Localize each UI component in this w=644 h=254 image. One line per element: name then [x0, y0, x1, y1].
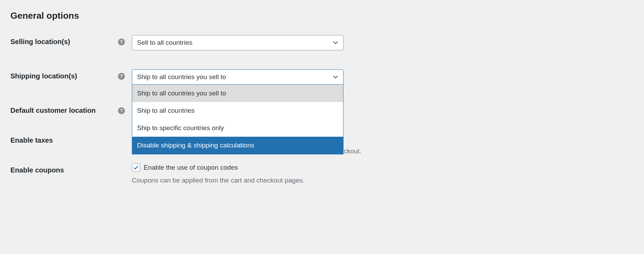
dropdown-option[interactable]: Ship to specific countries only: [132, 119, 343, 137]
help-icon[interactable]: ?: [118, 39, 125, 45]
chevron-down-icon: [333, 74, 338, 80]
shipping-locations-dropdown: Ship to all countries you sell to Ship t…: [132, 85, 344, 154]
selling-locations-select[interactable]: Sell to all countries: [132, 35, 344, 50]
enable-coupons-checkbox[interactable]: [132, 163, 140, 172]
row-shipping-locations: Shipping location(s) ? Ship to all count…: [10, 69, 634, 85]
section-title: General options: [10, 10, 634, 21]
selling-locations-label: Selling location(s): [10, 38, 70, 46]
dropdown-option[interactable]: Ship to all countries you sell to: [132, 85, 343, 102]
shipping-locations-label: Shipping location(s): [10, 72, 77, 80]
enable-taxes-label: Enable taxes: [10, 136, 53, 144]
shipping-locations-select[interactable]: Ship to all countries you sell to: [132, 69, 344, 85]
checkmark-icon: [133, 164, 139, 171]
shipping-locations-value: Ship to all countries you sell to: [137, 73, 226, 81]
dropdown-option[interactable]: Disable shipping & shipping calculations: [132, 137, 343, 154]
dropdown-option[interactable]: Ship to all countries: [132, 102, 343, 119]
row-enable-coupons: Enable coupons Enable the use of coupon …: [10, 163, 634, 184]
enable-coupons-checkbox-label: Enable the use of coupon codes: [144, 164, 238, 171]
enable-coupons-label: Enable coupons: [10, 166, 64, 174]
enable-coupons-description: Coupons can be applied from the cart and…: [132, 177, 305, 184]
help-icon[interactable]: ?: [118, 107, 125, 114]
chevron-down-icon: [333, 40, 338, 45]
default-customer-location-label: Default customer location: [10, 107, 96, 115]
selling-locations-value: Sell to all countries: [137, 39, 192, 46]
row-selling-locations: Selling location(s) ? Sell to all countr…: [10, 35, 634, 50]
help-icon[interactable]: ?: [118, 73, 125, 80]
